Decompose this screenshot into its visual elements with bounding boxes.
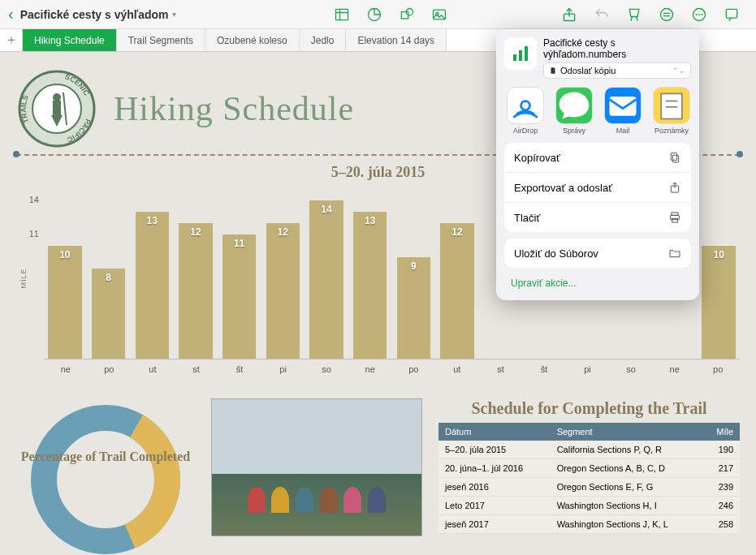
photo[interactable]: [211, 398, 422, 536]
svg-rect-36: [672, 218, 678, 222]
svg-rect-25: [525, 46, 528, 61]
comment-icon[interactable]: [720, 3, 743, 26]
share-app-mail[interactable]: Mail: [602, 87, 644, 135]
sheet-tab[interactable]: Elevation 14 days: [346, 29, 447, 51]
bar[interactable]: 9: [393, 189, 435, 359]
share-app-poznámky[interactable]: Poznámky: [650, 87, 691, 135]
table-row[interactable]: jeseň 2016Oregon Sections E, F, G239: [438, 478, 740, 497]
more-icon[interactable]: [688, 3, 711, 26]
logo: SCENIC PACIFIC TRAILS: [16, 68, 97, 149]
back-button[interactable]: ‹: [8, 5, 14, 24]
page-title: Hiking Schedule: [114, 89, 354, 128]
svg-point-11: [701, 13, 702, 15]
edit-actions-link[interactable]: Upraviť akcie...: [504, 274, 691, 292]
table-header[interactable]: Segment: [551, 423, 703, 441]
table-row[interactable]: Leto 2017Washington Sections H, I246: [438, 497, 740, 515]
svg-rect-27: [610, 97, 637, 116]
svg-point-7: [661, 8, 673, 20]
x-axis: nepoutstštpisonepoutstštpisonepo: [44, 359, 740, 374]
schedule-table[interactable]: DátumSegmentMíle 5–20. júla 2015Californ…: [438, 423, 740, 534]
share-app-správy[interactable]: Správy: [553, 87, 595, 135]
svg-rect-2: [401, 11, 408, 18]
bar[interactable]: 12: [261, 189, 304, 359]
table-header[interactable]: Míle: [703, 423, 740, 441]
svg-point-18: [53, 93, 61, 101]
bar[interactable]: 12: [175, 189, 217, 359]
donut-chart[interactable]: Percentage of Trail Completed: [16, 398, 195, 555]
table-row[interactable]: 5–20. júla 2015California Sections P, Q,…: [438, 441, 740, 459]
table-title: Schedule for Completing the Trail: [438, 398, 740, 418]
donut-label: Percentage of Trail Completed: [16, 449, 195, 466]
share-apps: AirDropSprávyMailPoznámkyFr: [504, 87, 691, 135]
add-sheet-button[interactable]: ＋: [0, 29, 23, 51]
bar[interactable]: 14: [305, 189, 348, 359]
doc-title[interactable]: Pacifické cesty s výhľadom: [20, 8, 169, 21]
svg-rect-31: [672, 155, 678, 162]
table-row[interactable]: 20. júna–1. júl 2016Oregon Sections A, B…: [438, 459, 740, 478]
chevron-down-icon[interactable]: ▾: [172, 10, 176, 19]
bar[interactable]: 11: [218, 189, 261, 359]
table-icon[interactable]: [330, 3, 353, 26]
share-app-airdrop[interactable]: AirDrop: [504, 87, 546, 135]
svg-rect-12: [726, 9, 737, 18]
action-copy[interactable]: Kopírovať: [504, 143, 691, 173]
svg-rect-32: [671, 153, 676, 161]
bar[interactable]: 13: [131, 189, 173, 359]
svg-point-26: [521, 101, 530, 110]
organize-icon[interactable]: [655, 3, 678, 26]
share-icon[interactable]: [558, 3, 581, 26]
undo-icon: [590, 3, 613, 26]
bar[interactable]: 10: [44, 189, 86, 359]
action-folder[interactable]: Uložiť do Súborov: [504, 239, 691, 268]
table-row[interactable]: jeseň 2017Washington Sections J, K, L258: [438, 515, 740, 534]
shape-icon[interactable]: [395, 3, 418, 26]
share-popover: Pacifické cesty s výhľadom.numbers Odosl…: [496, 29, 699, 300]
sheet-tab[interactable]: Jedlo: [300, 29, 347, 51]
numbers-app-icon: [504, 37, 537, 70]
format-icon[interactable]: [623, 3, 646, 26]
sheet-tab[interactable]: Trail Segments: [117, 29, 205, 51]
action-print[interactable]: Tlačiť: [504, 203, 691, 232]
sheet-tab[interactable]: Hiking Schedule: [23, 29, 117, 51]
bar[interactable]: 8: [88, 189, 130, 359]
svg-rect-24: [519, 50, 522, 61]
sheet-tab[interactable]: Ozubené koleso: [205, 29, 300, 51]
send-mode-select[interactable]: Odoslať kópiu ⌃⌄: [543, 62, 691, 79]
bar[interactable]: 13: [349, 189, 391, 359]
svg-rect-0: [336, 9, 348, 19]
chart-icon[interactable]: [363, 3, 386, 26]
media-icon[interactable]: [428, 3, 451, 26]
action-export[interactable]: Exportovať a odoslať: [504, 173, 691, 203]
svg-rect-19: [53, 101, 61, 115]
svg-point-10: [698, 13, 700, 15]
bar[interactable]: 10: [698, 189, 740, 359]
popover-filename: Pacifické cesty s výhľadom.numbers: [543, 37, 691, 60]
svg-rect-23: [513, 54, 516, 61]
y-axis: MÍLE 14 11: [16, 189, 44, 359]
table-header[interactable]: Dátum: [438, 423, 551, 441]
svg-point-9: [696, 13, 698, 15]
bar[interactable]: 12: [436, 189, 478, 359]
toolbar: ‹ Pacifické cesty s výhľadom ▾: [0, 0, 756, 29]
